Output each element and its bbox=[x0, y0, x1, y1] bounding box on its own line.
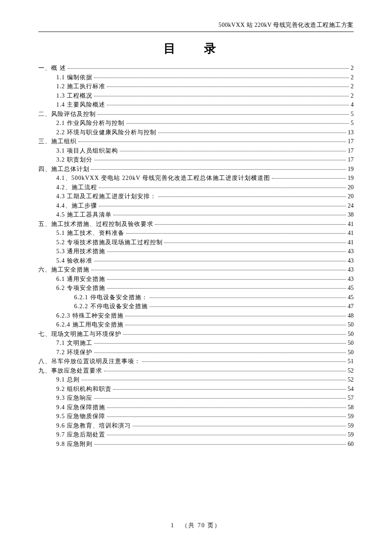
toc-entry-label: 六、施工安全措施 bbox=[38, 266, 89, 274]
toc-entry[interactable]: 6.2.3 特殊工种安全措施48 bbox=[38, 312, 354, 320]
toc-entry[interactable]: 五、施工技术措施、过程控制及验收要求41 bbox=[38, 220, 354, 228]
toc-dots bbox=[133, 426, 346, 426]
toc-entry[interactable]: 6.2.1 停电设备安全措施：45 bbox=[38, 294, 354, 301]
toc-entry[interactable]: 9.1 总则52 bbox=[38, 376, 354, 384]
toc-entry[interactable]: 1.3 工程概况2 bbox=[38, 92, 354, 100]
toc-entry-label: 1.2 施工执行标准 bbox=[56, 83, 105, 90]
toc-entry-label: 6.2.2 不停电设备安全措施 bbox=[74, 303, 148, 310]
toc-entry-label: 二、风险评估及控制 bbox=[38, 110, 96, 118]
toc-entry-page: 2 bbox=[351, 83, 354, 90]
toc-dots bbox=[158, 197, 346, 197]
toc-dots bbox=[107, 251, 346, 252]
toc-entry-label: 3.1 项目人员组织架构 bbox=[56, 147, 118, 155]
toc-dots bbox=[107, 408, 346, 408]
toc-entry-label: 三、施工组织 bbox=[38, 138, 77, 145]
toc-entry-page: 50 bbox=[348, 331, 354, 338]
toc-dots bbox=[107, 87, 349, 87]
toc-entry[interactable]: 九、事故应急处置要求52 bbox=[38, 367, 354, 375]
toc-entry[interactable]: 4.3 工期及工程施工进度计划安排：20 bbox=[38, 193, 354, 200]
toc-entry[interactable]: 5.3 通用技术措施43 bbox=[38, 248, 354, 255]
toc-entry[interactable]: 一、概 述2 bbox=[38, 64, 354, 72]
toc-entry[interactable]: 9.8 应急附则60 bbox=[38, 440, 354, 448]
toc-entry[interactable]: 5.4 验收标准43 bbox=[38, 257, 354, 265]
toc-dots bbox=[272, 178, 346, 179]
toc-entry[interactable]: 5.1 施工技术、资料准备41 bbox=[38, 229, 354, 237]
toc-entry-page: 41 bbox=[348, 230, 354, 237]
toc-entry-page: 50 bbox=[348, 340, 354, 347]
toc-entry[interactable]: 7.2 环境保护50 bbox=[38, 349, 354, 356]
toc-entry[interactable]: 八、吊车停放位置说明及注意事项：51 bbox=[38, 358, 354, 365]
toc-list: 一、概 述21.1 编制依据21.2 施工执行标准21.3 工程概况21.4 主… bbox=[38, 64, 354, 448]
document-header: 500kVXX 站 220kV 母线完善化改造工程施工方案 bbox=[38, 21, 354, 32]
toc-entry[interactable]: 4.5 施工工器具清单38 bbox=[38, 211, 354, 219]
toc-entry[interactable]: 6.2 专项安全措施45 bbox=[38, 284, 354, 292]
toc-entry-label: 2.2 环境与职业健康风险分析与控制 bbox=[56, 129, 156, 136]
toc-entry[interactable]: 二、风险评估及控制5 bbox=[38, 110, 354, 118]
toc-entry[interactable]: 1.4 主要风险概述4 bbox=[38, 101, 354, 109]
toc-dots bbox=[107, 416, 346, 417]
toc-entry-label: 九、事故应急处置要求 bbox=[38, 367, 102, 375]
toc-entry-label: 4.5 施工工器具清单 bbox=[56, 211, 112, 219]
toc-entry[interactable]: 3.2 职责划分17 bbox=[38, 156, 354, 164]
toc-entry[interactable]: 9.4 应急保障措施58 bbox=[38, 404, 354, 411]
toc-entry-label: 四、施工总体计划 bbox=[38, 165, 89, 173]
toc-entry[interactable]: 7.1 文明施工50 bbox=[38, 339, 354, 347]
toc-dots bbox=[94, 398, 346, 399]
toc-entry-label: 9.1 总则 bbox=[56, 376, 80, 384]
toc-entry[interactable]: 9.3 应急响应57 bbox=[38, 394, 354, 402]
toc-dots bbox=[94, 78, 349, 78]
toc-entry-page: 57 bbox=[348, 395, 354, 402]
toc-entry-page: 38 bbox=[348, 211, 354, 218]
toc-entry[interactable]: 2.2 环境与职业健康风险分析与控制13 bbox=[38, 129, 354, 136]
toc-entry-page: 51 bbox=[348, 358, 354, 365]
toc-title: 目 录 bbox=[38, 40, 354, 57]
toc-entry-label: 八、吊车停放位置说明及注意事项： bbox=[38, 358, 141, 365]
toc-dots bbox=[94, 353, 346, 353]
toc-entry-label: 9.2 组织机构和职责 bbox=[56, 385, 112, 393]
toc-entry[interactable]: 6.1 通用安全措施43 bbox=[38, 275, 354, 283]
toc-entry-label: 9.5 应急物质保障 bbox=[56, 413, 105, 420]
toc-dots bbox=[81, 380, 346, 380]
toc-dots bbox=[107, 105, 349, 105]
toc-entry[interactable]: 9.7 应急后期处置59 bbox=[38, 431, 354, 439]
toc-entry[interactable]: 9.6 应急教育、培训和演习59 bbox=[38, 422, 354, 430]
toc-entry[interactable]: 六、施工安全措施43 bbox=[38, 266, 354, 274]
toc-dots bbox=[98, 114, 349, 115]
toc-entry-label: 9.8 应急附则 bbox=[56, 440, 92, 448]
toc-dots bbox=[94, 444, 346, 445]
toc-entry[interactable]: 4.2、施工流程20 bbox=[38, 184, 354, 191]
toc-entry[interactable]: 9.5 应急物质保障59 bbox=[38, 413, 354, 420]
toc-entry[interactable]: 4.4、施工步骤24 bbox=[38, 202, 354, 210]
toc-dots bbox=[68, 68, 349, 69]
toc-entry[interactable]: 6.2.4 施工用电安全措施50 bbox=[38, 321, 354, 329]
toc-entry-page: 2 bbox=[351, 74, 354, 81]
toc-entry-page: 2 bbox=[351, 92, 354, 99]
toc-entry-label: 4.2、施工流程 bbox=[56, 184, 97, 191]
toc-entry-page: 54 bbox=[348, 386, 354, 393]
toc-entry[interactable]: 四、施工总体计划19 bbox=[38, 165, 354, 173]
toc-entry-label: 五、施工技术措施、过程控制及验收要求 bbox=[38, 220, 153, 228]
toc-entry-label: 4.1、500kVXX 变电站 220kV 母线完善化改造工程总体施工进度计划横… bbox=[56, 174, 270, 182]
toc-entry[interactable]: 七、现场文明施工与环境保护50 bbox=[38, 330, 354, 338]
toc-entry-label: 5.2 专项技术措施及现场施工过程控制 bbox=[56, 239, 163, 246]
toc-entry-label: 7.1 文明施工 bbox=[56, 339, 92, 347]
toc-entry-page: 4 bbox=[351, 101, 354, 108]
toc-entry-page: 43 bbox=[348, 248, 354, 255]
toc-dots bbox=[94, 160, 346, 160]
toc-entry[interactable]: 3.1 项目人员组织架构17 bbox=[38, 147, 354, 155]
toc-entry[interactable]: 三、施工组织17 bbox=[38, 138, 354, 145]
toc-entry[interactable]: 6.2.2 不停电设备安全措施47 bbox=[38, 303, 354, 310]
toc-entry[interactable]: 1.1 编制依据2 bbox=[38, 74, 354, 81]
toc-entry[interactable]: 5.2 专项技术措施及现场施工过程控制41 bbox=[38, 239, 354, 246]
toc-entry[interactable]: 1.2 施工执行标准2 bbox=[38, 83, 354, 90]
toc-entry[interactable]: 2.1 作业风险分析与控制5 bbox=[38, 119, 354, 127]
toc-entry-page: 20 bbox=[348, 193, 354, 200]
toc-entry[interactable]: 9.2 组织机构和职责54 bbox=[38, 385, 354, 393]
toc-dots bbox=[99, 206, 346, 206]
toc-entry-page: 20 bbox=[348, 184, 354, 191]
toc-entry[interactable]: 4.1、500kVXX 变电站 220kV 母线完善化改造工程总体施工进度计划横… bbox=[38, 174, 354, 182]
toc-entry-label: 9.4 应急保障措施 bbox=[56, 404, 105, 411]
toc-entry-label: 5.4 验收标准 bbox=[56, 257, 92, 265]
toc-entry-page: 48 bbox=[348, 312, 354, 319]
toc-dots bbox=[78, 142, 346, 142]
